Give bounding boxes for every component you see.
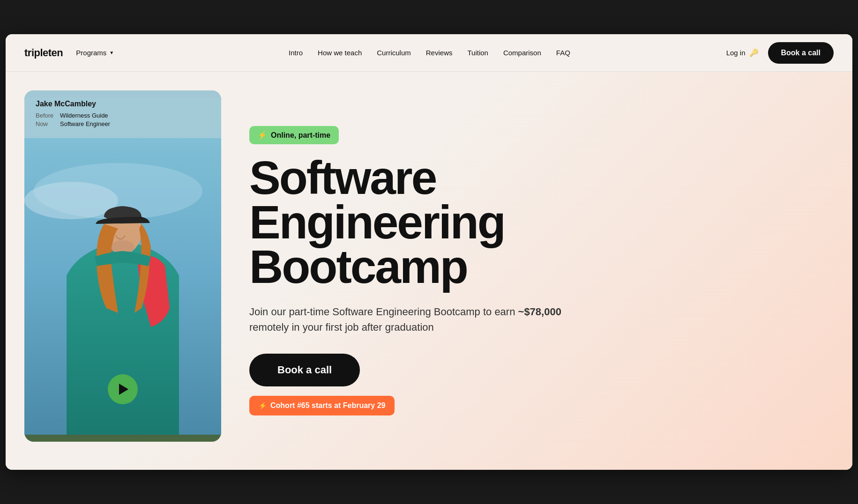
- logo[interactable]: tripleten: [24, 47, 63, 59]
- hero-subtitle: Join our part-time Software Engineering …: [249, 304, 587, 335]
- nav-faq[interactable]: FAQ: [556, 49, 570, 57]
- hero-content: ⚡ Online, part-time Software Engineering…: [249, 90, 834, 442]
- login-label: Log in: [726, 49, 746, 57]
- online-badge-text: Online, part-time: [271, 131, 330, 140]
- nav-curriculum[interactable]: Curriculum: [377, 49, 411, 57]
- programs-dropdown[interactable]: Programs ▼: [76, 49, 114, 57]
- person-before: Before Wilderness Guide: [36, 112, 210, 119]
- browser-window: tripleten Programs ▼ Intro How we teach …: [6, 34, 852, 470]
- svg-point-2: [24, 182, 118, 219]
- key-icon: 🔑: [749, 48, 759, 57]
- before-value: Wilderness Guide: [60, 112, 108, 119]
- video-card-info: Jake McCambley Before Wilderness Guide N…: [24, 90, 221, 138]
- hero-section: Jake McCambley Before Wilderness Guide N…: [6, 72, 852, 470]
- now-label: Now: [36, 120, 54, 127]
- cohort-badge-text: Cohort #65 starts at February 29: [270, 401, 385, 410]
- nav-right: Log in 🔑 Book a call: [726, 42, 834, 64]
- hero-title: Software Engineering Bootcamp: [249, 156, 834, 289]
- nav-intro[interactable]: Intro: [289, 49, 303, 57]
- person-now: Now Software Engineer: [36, 120, 210, 127]
- now-value: Software Engineer: [60, 120, 110, 127]
- online-badge: ⚡ Online, part-time: [249, 126, 339, 144]
- book-call-nav-button[interactable]: Book a call: [768, 42, 834, 64]
- play-icon: [119, 384, 128, 395]
- login-button[interactable]: Log in 🔑: [726, 48, 759, 57]
- book-call-hero-button[interactable]: Book a call: [249, 354, 360, 386]
- nav-tuition[interactable]: Tuition: [467, 49, 488, 57]
- bolt-icon: ⚡: [258, 131, 267, 140]
- chevron-down-icon: ▼: [109, 50, 114, 55]
- programs-label: Programs: [76, 49, 106, 57]
- nav-reviews[interactable]: Reviews: [426, 49, 453, 57]
- nav-comparison[interactable]: Comparison: [503, 49, 541, 57]
- cohort-bolt-icon: ⚡: [259, 402, 267, 409]
- video-card: Jake McCambley Before Wilderness Guide N…: [24, 90, 221, 442]
- cohort-badge: ⚡ Cohort #65 starts at February 29: [249, 396, 395, 415]
- before-label: Before: [36, 112, 54, 119]
- play-button[interactable]: [108, 374, 138, 404]
- nav-how-we-teach[interactable]: How we teach: [318, 49, 362, 57]
- hero-title-line3: Bootcamp: [249, 240, 467, 293]
- navbar: tripleten Programs ▼ Intro How we teach …: [6, 34, 852, 72]
- person-name: Jake McCambley: [36, 100, 210, 108]
- nav-links: Intro How we teach Curriculum Reviews Tu…: [133, 49, 726, 57]
